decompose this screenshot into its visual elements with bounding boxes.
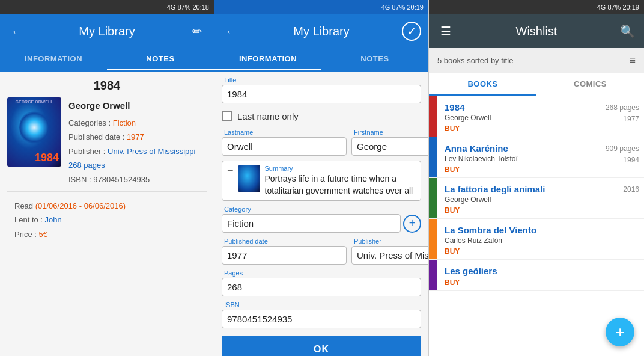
- book-list-item[interactable]: Anna Karénine Lev Nikolaevich Tolstoï BU…: [429, 137, 644, 178]
- published-date-label: Published date: [222, 238, 347, 245]
- published-date-input[interactable]: [222, 246, 347, 265]
- summary-minus-button[interactable]: −: [227, 165, 234, 176]
- book-list-item[interactable]: La Sombra del Viento Carlos Ruiz Zafón B…: [429, 219, 644, 260]
- categories-row: Categories : Fiction: [68, 116, 207, 130]
- fab-add-button[interactable]: +: [606, 318, 634, 346]
- lastname-input[interactable]: [222, 137, 347, 156]
- buy-button[interactable]: BUY: [445, 124, 598, 133]
- book-list-main: La fattoria degli animali George Orwell …: [437, 178, 623, 218]
- book-list-title: La fattoria degli animali: [445, 184, 616, 194]
- firstname-field: Firstname: [351, 129, 428, 156]
- book-list-author: George Orwell: [445, 114, 598, 122]
- lastname-label: Lastname: [222, 129, 347, 136]
- name-row: Lastname Firstname: [222, 129, 421, 156]
- search-button[interactable]: 🔍: [618, 22, 637, 41]
- panel-wishlist: 4G 87% 20:19 ☰ Wishlist 🔍 5 books sorted…: [429, 0, 644, 356]
- cover-top-text: GEORGE ORWELL: [7, 100, 61, 104]
- title-label: Title: [222, 76, 421, 84]
- publisher-row: Publisher : Univ. Press of Mississippi: [68, 144, 207, 158]
- book-list-main: Anna Karénine Lev Nikolaevich Tolstoï BU…: [437, 137, 606, 177]
- book-list-meta: [639, 219, 644, 259]
- tab-information-panel1[interactable]: INFORMATION: [0, 48, 107, 70]
- book-list-meta: 909 pages 1994: [606, 137, 644, 177]
- buy-button[interactable]: BUY: [445, 247, 632, 256]
- publisher-input[interactable]: [351, 246, 428, 265]
- isbn-label-form: ISBN: [222, 301, 421, 308]
- publisher-label-form: Publisher: [351, 238, 428, 245]
- book-list-title: 1984: [445, 102, 598, 112]
- book-list-author: Carlos Ruiz Zafón: [445, 236, 632, 245]
- tab-information-panel2[interactable]: INFORMATION: [214, 48, 321, 70]
- tab-notes-panel1[interactable]: NOTES: [107, 48, 214, 70]
- page-title-panel3: Wishlist: [460, 25, 613, 38]
- read-dates: (01/06/2016 - 06/06/2016): [35, 201, 126, 210]
- categories-label: Categories :: [68, 118, 111, 127]
- summary-text[interactable]: Portrays life in a future time when a to…: [265, 173, 416, 197]
- back-button-panel2[interactable]: ←: [222, 22, 241, 41]
- sort-icon[interactable]: ≡: [629, 54, 636, 67]
- summary-row: − Summary Portrays life in a future time…: [222, 161, 421, 201]
- isbn-value: 9780451524935: [93, 175, 150, 184]
- ok-button[interactable]: OK: [222, 336, 421, 356]
- page-title-panel2: My Library: [246, 25, 397, 38]
- book-list-title: Les geôliers: [445, 266, 632, 276]
- category-add-button[interactable]: +: [403, 215, 421, 233]
- status-bar-panel1: 4G 87% 20:18: [0, 0, 214, 14]
- isbn-input[interactable]: [222, 310, 421, 328]
- tab-notes-panel2[interactable]: NOTES: [321, 48, 428, 70]
- pub-row: Published date Publisher: [222, 238, 421, 265]
- tab-books[interactable]: BOOKS: [429, 73, 536, 96]
- back-button-panel1[interactable]: ←: [7, 22, 26, 41]
- book-list-item[interactable]: Les geôliers BUY: [429, 260, 644, 291]
- book-list: 1984 George Orwell BUY 268 pages 1977 An…: [429, 96, 644, 356]
- book-spine: [429, 219, 437, 259]
- pages-input[interactable]: [222, 278, 421, 296]
- lastname-only-checkbox[interactable]: [222, 111, 232, 121]
- book-meta: George Orwell Categories : Fiction Publi…: [68, 97, 207, 186]
- title-input[interactable]: [222, 85, 421, 103]
- book-spine: [429, 178, 437, 218]
- buy-button[interactable]: BUY: [445, 278, 632, 287]
- book-list-title: Anna Karénine: [445, 143, 598, 153]
- menu-button[interactable]: ☰: [436, 22, 455, 41]
- isbn-field: ISBN: [222, 301, 421, 328]
- book-list-item[interactable]: La fattoria degli animali George Orwell …: [429, 178, 644, 219]
- firstname-label: Firstname: [351, 129, 428, 136]
- read-info: Read (01/06/2016 - 06/06/2016) Lent to :…: [7, 197, 207, 244]
- publisher-label: Publisher :: [68, 147, 105, 156]
- price-label: Price :: [14, 230, 37, 239]
- book-pages: 268 pages: [606, 102, 639, 114]
- read-row: Read (01/06/2016 - 06/06/2016): [14, 199, 199, 213]
- category-row: +: [222, 214, 421, 233]
- price-value: 5€: [38, 230, 47, 239]
- book-year: 1994: [606, 155, 639, 166]
- book-list-main: Les geôliers BUY: [437, 260, 639, 290]
- categories-value[interactable]: Fiction: [113, 118, 136, 127]
- firstname-input[interactable]: [351, 137, 428, 156]
- edit-button[interactable]: ✏: [187, 22, 207, 41]
- tab-comics[interactable]: COMICS: [536, 73, 644, 96]
- lastname-only-label: Last name only: [237, 111, 299, 121]
- book-spine: [429, 137, 437, 177]
- buy-button[interactable]: BUY: [445, 206, 616, 215]
- buy-button[interactable]: BUY: [445, 165, 598, 174]
- summary-label: Summary: [265, 165, 416, 172]
- summary-book-thumb: [238, 165, 260, 192]
- lent-value[interactable]: John: [45, 215, 62, 224]
- price-row: Price : 5€: [14, 227, 199, 241]
- published-row: Published date : 1977: [68, 130, 207, 144]
- book-list-author: Lev Nikolaevich Tolstoï: [445, 155, 598, 163]
- book-list-item[interactable]: 1984 George Orwell BUY 268 pages 1977: [429, 96, 644, 137]
- category-field: Category +: [222, 206, 421, 233]
- panel1-content: 1984 GEORGE ORWELL 1984 George Orwell Ca…: [0, 72, 214, 356]
- lent-label: Lent to :: [14, 215, 43, 224]
- divider1: [7, 191, 207, 192]
- check-button[interactable]: ✓: [402, 22, 421, 41]
- pages-label: Pages: [222, 269, 421, 277]
- published-date-field: Published date: [222, 238, 347, 265]
- category-input[interactable]: [222, 214, 401, 233]
- publisher-value[interactable]: Univ. Press of Mississippi: [108, 147, 195, 156]
- pages-field: Pages: [222, 269, 421, 296]
- cover-big-text: 1984: [35, 152, 59, 164]
- book-title: 1984: [7, 79, 207, 93]
